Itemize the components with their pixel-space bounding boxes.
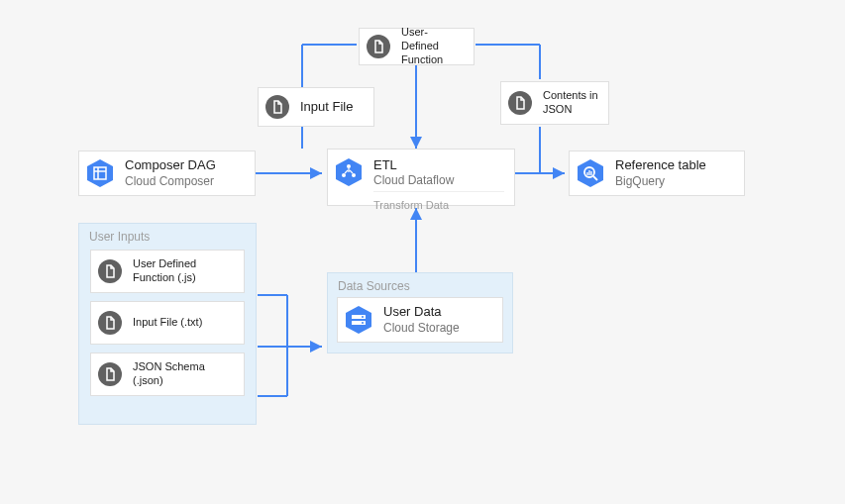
node-title: Reference table <box>615 157 706 173</box>
document-icon <box>97 310 123 336</box>
svg-marker-26 <box>578 159 603 187</box>
svg-point-34 <box>98 362 122 386</box>
node-title: ETL <box>373 157 504 173</box>
node-title: User Defined Function (.js) <box>133 257 234 285</box>
document-icon <box>97 258 123 284</box>
cloud-composer-icon <box>85 158 115 188</box>
svg-point-15 <box>367 35 390 58</box>
svg-point-24 <box>342 173 346 177</box>
node-title: Input File (.txt) <box>133 316 202 330</box>
node-title: Contents in JSON <box>543 89 598 117</box>
node-input-file: Input File <box>258 87 374 127</box>
svg-point-17 <box>508 91 532 115</box>
node-user-data: User Data Cloud Storage <box>337 297 503 343</box>
node-composer-dag: Composer DAG Cloud Composer <box>78 151 256 196</box>
cloud-dataflow-icon <box>334 157 364 187</box>
svg-point-25 <box>352 173 356 177</box>
svg-point-16 <box>265 95 289 119</box>
svg-point-33 <box>98 311 122 335</box>
node-reference-table: Reference table BigQuery <box>569 151 745 196</box>
node-user-input-udf: User Defined Function (.js) <box>90 250 245 293</box>
svg-marker-35 <box>346 306 371 334</box>
document-icon <box>507 90 533 116</box>
svg-point-39 <box>362 322 364 324</box>
node-subtitle: Cloud Composer <box>125 174 216 189</box>
node-subtitle: BigQuery <box>615 174 706 189</box>
node-title: User Data <box>383 304 460 320</box>
group-title: User Inputs <box>79 224 256 248</box>
node-title: Composer DAG <box>125 157 216 173</box>
node-title: JSON Schema (.json) <box>133 360 234 388</box>
node-etl: ETL Cloud Dataflow Transform Data <box>327 149 515 206</box>
svg-point-23 <box>347 164 351 168</box>
node-subtitle: Cloud Dataflow <box>373 173 504 188</box>
cloud-storage-icon <box>344 305 373 335</box>
node-caption: Transform Data <box>373 199 449 211</box>
architecture-diagram: User-Defined Function Input File Content… <box>0 0 845 504</box>
node-contents-json: Contents in JSON <box>500 81 609 125</box>
svg-point-32 <box>98 259 122 283</box>
node-udf-top: User-Defined Function <box>359 28 475 65</box>
svg-marker-18 <box>87 159 113 187</box>
document-icon <box>264 94 290 120</box>
node-user-input-txt: Input File (.txt) <box>90 301 245 345</box>
node-subtitle: Cloud Storage <box>383 321 460 336</box>
node-title: User-Defined Function <box>401 26 464 66</box>
document-icon <box>366 34 391 59</box>
node-title: Input File <box>300 99 353 115</box>
bigquery-icon <box>576 158 605 188</box>
node-user-input-json: JSON Schema (.json) <box>90 353 245 396</box>
svg-point-38 <box>362 316 364 318</box>
group-title: Data Sources <box>328 273 512 297</box>
document-icon <box>97 361 123 387</box>
